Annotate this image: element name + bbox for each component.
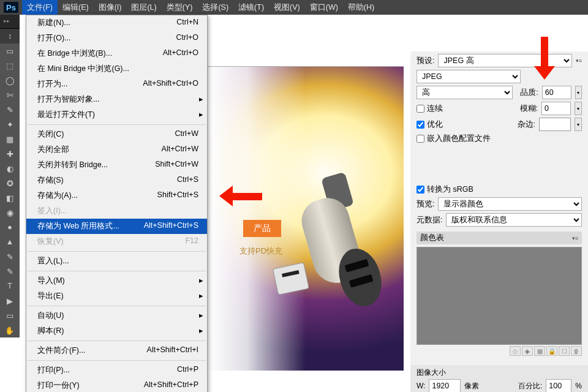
file-menu-dropdown: 新建(N)...Ctrl+N打开(O)...Ctrl+O在 Bridge 中浏览… [26, 15, 208, 392]
percent-unit: % [575, 382, 582, 390]
menu-window[interactable]: 窗口(W) [305, 0, 343, 15]
blur-stepper-icon[interactable]: ▾ [575, 102, 582, 115]
doc-tabstrip [0, 15, 20, 29]
matte-stepper-icon[interactable]: ▾ [575, 118, 582, 131]
tool-button[interactable]: ▶ [0, 293, 20, 308]
color-table-buttons: ◇ ◆ ▦ 🔒 ☐ 🗑 [417, 346, 582, 356]
colortable-menu-icon[interactable]: ▾≡ [572, 235, 578, 241]
file-menu-item[interactable]: 存储(S)Ctrl+S [26, 173, 207, 188]
tool-button[interactable]: ▭ [0, 308, 20, 323]
tool-button[interactable]: ⬚ [0, 58, 20, 73]
file-menu-item: 签入(I)... [26, 203, 207, 219]
menu-edit[interactable]: 编辑(E) [58, 0, 94, 15]
tool-button[interactable]: T [0, 279, 20, 293]
quality-label: 品质: [520, 88, 538, 98]
tool-button[interactable]: ✪ [0, 176, 20, 190]
file-menu-item[interactable]: 置入(L)... [26, 254, 207, 269]
menu-file[interactable]: 文件(F) [22, 0, 58, 15]
tools-panel: ↕▭⬚◯✄✎✦▦✚◐✪◧◉●▲✎✎T▶▭✋ [0, 29, 20, 337]
app-logo: Ps [4, 2, 18, 13]
format-select[interactable]: JPEG [417, 70, 521, 83]
file-menu-item[interactable]: 关闭并转到 Bridge...Shift+Ctrl+W [26, 157, 207, 173]
tool-button[interactable]: ✋ [0, 323, 20, 337]
embed-profile-checkbox[interactable]: 嵌入颜色配置文件 [417, 134, 491, 144]
quality-level-select[interactable]: 高 [417, 86, 513, 99]
file-menu-item[interactable]: 文件简介(F)...Alt+Shift+Ctrl+I [26, 343, 207, 358]
preview-subtitle: 支持PD快充 [239, 246, 282, 257]
percent-input[interactable] [546, 379, 571, 392]
tool-button[interactable]: ✎ [0, 102, 20, 117]
tool-button[interactable]: ✄ [0, 88, 20, 102]
percent-label: 百分比: [518, 381, 542, 391]
file-menu-item[interactable]: 在 Bridge 中浏览(B)...Alt+Ctrl+O [26, 46, 207, 61]
colortable-btn[interactable]: ◆ [522, 346, 533, 356]
file-menu-item[interactable]: 打印一份(Y)Alt+Shift+Ctrl+P [26, 378, 207, 392]
color-table-grid [417, 247, 582, 345]
save-for-web-panel: 预设: JPEG 高 ▾≡ JPEG 高 品质: ▾ 连续 模糊: ▾ 优化 杂… [410, 51, 588, 392]
file-menu-item[interactable]: 脚本(R) [26, 323, 207, 339]
colortable-title: 颜色表 [420, 233, 444, 243]
width-label: W: [417, 382, 425, 390]
tool-button[interactable]: ◧ [0, 190, 20, 205]
file-menu-item[interactable]: 存储为 Web 所用格式...Alt+Shift+Ctrl+S [26, 219, 207, 234]
file-menu-item[interactable]: 打开为...Alt+Shift+Ctrl+O [26, 77, 207, 92]
image-size-label: 图像大小 [417, 368, 582, 378]
menu-layer[interactable]: 图层(L) [126, 0, 161, 15]
menu-help[interactable]: 帮助(H) [343, 0, 379, 15]
menu-view[interactable]: 视图(V) [269, 0, 305, 15]
colortable-btn[interactable]: ▦ [534, 346, 545, 356]
blur-input[interactable] [541, 102, 571, 115]
metadata-select[interactable]: 版权和联系信息 [446, 213, 582, 227]
file-menu-item[interactable]: 在 Mini Bridge 中浏览(G)... [26, 61, 207, 77]
file-menu-item[interactable]: 打开(O)...Ctrl+O [26, 31, 207, 46]
menubar: Ps 文件(F) 编辑(E) 图像(I) 图层(L) 类型(Y) 选择(S) 滤… [0, 0, 588, 15]
matte-color-picker[interactable] [539, 118, 571, 131]
file-menu-item[interactable]: 打印(P)...Ctrl+P [26, 363, 207, 378]
file-menu-item[interactable]: 导入(M) [26, 273, 207, 288]
colortable-btn[interactable]: ☐ [559, 346, 570, 356]
colortable-btn[interactable]: ◇ [510, 346, 521, 356]
width-input[interactable] [429, 379, 461, 392]
document-preview: 产品 支持PD快充 [208, 66, 404, 371]
tool-button[interactable]: ✎ [0, 264, 20, 279]
blur-label: 模糊: [520, 104, 538, 114]
tool-button[interactable]: ✦ [0, 117, 20, 132]
file-menu-item[interactable]: 关闭全部Alt+Ctrl+W [26, 142, 207, 157]
quality-input[interactable] [542, 86, 571, 99]
tool-button[interactable]: ◐ [0, 161, 20, 176]
file-menu-item[interactable]: 关闭(C)Ctrl+W [26, 127, 207, 142]
tool-button[interactable]: ● [0, 220, 20, 235]
preview-select[interactable]: 显示器颜色 [438, 197, 582, 211]
annotation-arrow-left [219, 186, 262, 206]
menu-type[interactable]: 类型(Y) [162, 0, 198, 15]
file-menu-item[interactable]: 最近打开文件(T) [26, 107, 207, 123]
progressive-checkbox[interactable]: 连续 [417, 104, 443, 114]
tool-button[interactable]: ↕ [0, 29, 20, 43]
colortable-btn[interactable]: 🔒 [546, 346, 557, 356]
tool-button[interactable]: ◯ [0, 73, 20, 88]
file-menu-item: 恢复(V)F12 [26, 234, 207, 249]
annotation-arrow-down [534, 37, 555, 80]
quality-stepper-icon[interactable]: ▾ [575, 86, 582, 99]
tool-button[interactable]: ▭ [0, 43, 20, 58]
file-menu-item[interactable]: 存储为(A)...Shift+Ctrl+S [26, 188, 207, 203]
menu-select[interactable]: 选择(S) [197, 0, 233, 15]
menu-filter[interactable]: 滤镜(T) [233, 0, 269, 15]
tool-button[interactable]: ✚ [0, 146, 20, 161]
metadata-label: 元数据: [417, 215, 442, 225]
file-menu-item[interactable]: 打开为智能对象... [26, 92, 207, 107]
file-menu-item[interactable]: 自动(U) [26, 308, 207, 323]
file-menu-item[interactable]: 新建(N)...Ctrl+N [26, 15, 207, 31]
optimized-checkbox[interactable]: 优化 [417, 119, 443, 130]
srgb-checkbox[interactable]: 转换为 sRGB [417, 184, 473, 195]
menu-image[interactable]: 图像(I) [94, 0, 127, 15]
colortable-btn[interactable]: 🗑 [571, 346, 582, 356]
tool-button[interactable]: ▦ [0, 132, 20, 146]
tool-button[interactable]: ◉ [0, 205, 20, 220]
canvas-left-fade [208, 67, 306, 371]
tool-button[interactable]: ✎ [0, 249, 20, 264]
file-menu-item[interactable]: 导出(E) [26, 288, 207, 304]
preset-label: 预设: [417, 56, 434, 66]
tool-button[interactable]: ▲ [0, 235, 20, 249]
panel-menu-icon[interactable]: ▾≡ [576, 58, 582, 64]
